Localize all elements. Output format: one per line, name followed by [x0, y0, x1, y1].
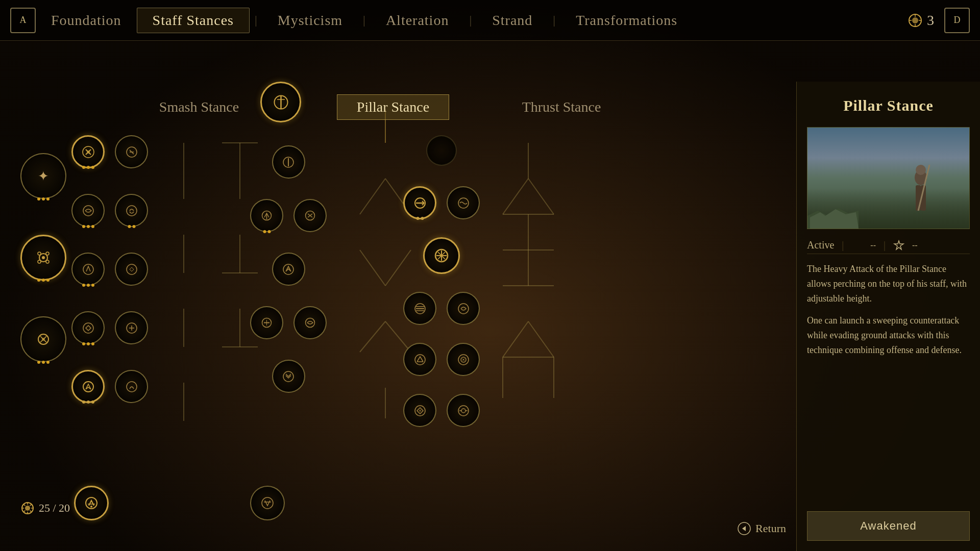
pillar-row-4 [250, 306, 327, 339]
smash-r-node-5[interactable] [115, 370, 148, 403]
smash-skill-1-icon [81, 144, 96, 160]
thrust-skill-2a-icon [413, 196, 427, 210]
pillar-node-2a[interactable] [250, 199, 283, 232]
svg-line-22 [528, 179, 554, 214]
stance-orb-2[interactable] [20, 235, 66, 281]
pillar-node-1[interactable] [272, 145, 305, 179]
pillar-row-2 [250, 199, 327, 232]
svg-point-1 [912, 17, 918, 23]
pillar-skill-2a-icon [260, 209, 273, 222]
smash-node-3[interactable] [71, 253, 105, 286]
pillar-node-5[interactable] [272, 360, 305, 393]
smash-skill-5-icon [81, 380, 95, 394]
pillar-bottom-node[interactable] [250, 486, 285, 520]
smash-skill-3-icon [81, 262, 95, 277]
svg-point-44 [87, 151, 90, 154]
thrust-skill-4a-icon [413, 302, 427, 316]
stance-dots-1 [37, 197, 50, 201]
smash-node-5[interactable] [71, 370, 105, 403]
thrust-row-4 [403, 292, 480, 325]
nav-sep-1: | [250, 13, 262, 27]
star-value: -- [912, 241, 918, 250]
thrust-skill-4b-icon [456, 302, 471, 316]
svg-point-97 [90, 506, 92, 508]
smash-bottom-node[interactable] [74, 486, 109, 520]
smash-node-4[interactable] [71, 311, 105, 344]
pillar-stance-header[interactable]: Pillar Stance [337, 94, 449, 120]
skill-points: 3 [908, 12, 934, 29]
pillar-skill-3-icon [281, 262, 296, 277]
stance-orb-3[interactable] [20, 316, 66, 362]
smash-r-skill-5-icon [125, 380, 139, 394]
thrust-node-2b[interactable] [447, 186, 480, 219]
awakened-button[interactable]: Awakened [807, 511, 970, 541]
skill-tree-container: Smash Stance Pillar Stance Thrust Stance… [0, 41, 980, 551]
smash-r-skill-1-icon [125, 145, 139, 159]
smash-node-2[interactable] [71, 194, 105, 227]
smash-r-node-2[interactable] [115, 194, 148, 227]
nav-sep-2: | [358, 13, 371, 27]
thrust-node-top[interactable] [426, 135, 457, 166]
pillar-skill-4a-icon [260, 316, 273, 329]
svg-point-48 [83, 382, 93, 392]
pillar-top-node[interactable] [260, 82, 301, 122]
svg-rect-99 [916, 185, 921, 211]
nav-sep-4: | [548, 13, 560, 27]
currency-display: 25 / 20 [20, 501, 70, 515]
nav-strand[interactable]: Strand [477, 8, 548, 33]
pillar-skill-2b-icon [304, 209, 316, 222]
pillar-node-3[interactable] [272, 253, 305, 286]
smash-skill-2-icon [81, 204, 95, 218]
thrust-node-5a[interactable] [403, 343, 436, 376]
svg-point-101 [916, 165, 926, 175]
info-description-2: One can launch a sweeping counterattack … [807, 313, 970, 357]
nav-transformations[interactable]: Transformations [560, 8, 693, 33]
return-button[interactable]: Return [737, 521, 786, 536]
info-image [807, 127, 970, 229]
stance-orb-1[interactable]: ✦ [20, 153, 66, 199]
pillar-node-4b[interactable] [293, 306, 327, 339]
svg-line-13 [360, 179, 385, 214]
scene-rocks [807, 198, 859, 229]
thrust-stance-header[interactable]: Thrust Stance [505, 99, 618, 115]
star-icon [893, 240, 904, 251]
smash-r-node-1[interactable] [115, 135, 148, 168]
thrust-skill-5a-icon [413, 353, 427, 367]
svg-line-17 [360, 321, 385, 352]
thrust-row-6 [403, 394, 480, 427]
stance-dots-2 [37, 279, 50, 282]
nav-foundation[interactable]: Foundation [36, 8, 137, 33]
nav-mysticism[interactable]: Mysticism [262, 8, 358, 33]
orb-2-icon [33, 247, 54, 268]
smash-stance-header[interactable]: Smash Stance [143, 99, 255, 115]
nav-alteration[interactable]: Alteration [371, 8, 464, 33]
smash-r-skill-4-icon [125, 321, 139, 335]
svg-point-37 [38, 260, 41, 263]
pillar-node-2b[interactable] [293, 199, 327, 232]
thrust-node-6b[interactable] [447, 394, 480, 427]
svg-point-47 [83, 323, 93, 333]
thrust-node-6a[interactable] [403, 394, 436, 427]
thrust-node-2a[interactable] [403, 186, 436, 219]
thrust-skill-5b-icon [456, 353, 471, 367]
pillar-node-4a[interactable] [250, 306, 283, 339]
thrust-node-4b[interactable] [447, 292, 480, 325]
svg-point-42 [25, 506, 30, 511]
thrust-skill-6a-icon [413, 404, 427, 418]
smash-r-node-3[interactable] [115, 253, 148, 286]
smash-r-node-4[interactable] [115, 311, 148, 344]
smash-node-1[interactable] [71, 135, 105, 168]
thrust-skill-6b-icon [456, 404, 471, 418]
svg-point-35 [38, 252, 41, 255]
nav-staff-stances[interactable]: Staff Stances [137, 8, 250, 33]
thrust-node-center[interactable] [423, 237, 460, 274]
thrust-node-5b[interactable] [447, 343, 480, 376]
thrust-node-4a[interactable] [403, 292, 436, 325]
svg-point-38 [46, 260, 49, 263]
pillar-skill-1-icon [281, 155, 296, 169]
nav-left-button[interactable]: A [10, 8, 36, 33]
left-stance-orbs: ✦ [20, 153, 66, 362]
smash-bottom-icon [84, 495, 99, 511]
nav-right-button[interactable]: D [944, 8, 970, 33]
stance-dots-3 [37, 361, 50, 364]
